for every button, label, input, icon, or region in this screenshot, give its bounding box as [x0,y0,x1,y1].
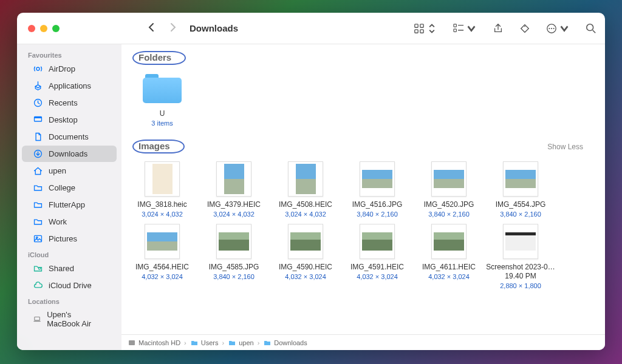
folder-item[interactable]: U3 items [126,72,198,127]
folder-icon [33,183,43,193]
sidebar-item-label: upen [49,166,66,175]
item-subtitle: 3,840 × 2,160 [341,211,413,218]
group-header-images[interactable]: ImagesShow Less [121,138,605,155]
item-name: IMG_4564.HEIC [126,263,198,272]
item-subtitle: 3,840 × 2,160 [485,211,556,218]
svg-point-11 [551,27,552,29]
sidebar-item-documents[interactable]: Documents [22,129,117,145]
breadcrumb-item[interactable]: Downloads [263,339,307,347]
sidebar-item-label: Downloads [49,149,87,158]
svg-point-22 [38,268,40,269]
sidebar-item-flutterapp[interactable]: FlutterApp [22,197,117,213]
svg-point-15 [36,67,39,70]
sidebar-item-downloads[interactable]: Downloads [22,146,117,162]
folder-icon [263,339,272,347]
sidebar-item-applications[interactable]: Applications [22,78,117,94]
sidebar-item-airdrop[interactable]: AirDrop [22,61,117,77]
item-subtitle: 4,032 × 3,024 [341,273,413,280]
svg-point-10 [549,27,550,29]
thumbnail [216,224,251,259]
sidebar-item-label: Pictures [49,234,77,243]
svg-rect-0 [415,24,418,27]
sidebar-item-desktop[interactable]: Desktop [22,112,117,128]
breadcrumb-label: Macintosh HD [138,339,180,346]
sidebar-item-label: FlutterApp [49,200,85,209]
svg-point-12 [553,27,555,29]
home-icon [33,166,43,176]
path-bar: Macintosh HD›Users›upen›Downloads [121,334,605,350]
breadcrumb-item[interactable]: Macintosh HD [128,339,180,347]
sidebar-section-label: Locations [17,294,121,306]
file-item[interactable]: IMG_4379.HEIC3,024 × 4,032 [198,160,270,218]
sidebar-item-upen[interactable]: upen [22,163,117,179]
sidebar-item-label: Documents [49,132,89,141]
file-item[interactable]: Screenshot 2023-0…19.40 PM2,880 × 1,800 [485,223,556,289]
svg-rect-3 [420,29,423,32]
file-item[interactable]: IMG_4520.JPG3,840 × 2,160 [413,160,485,218]
thumbnail [288,224,323,259]
sidebar-item-work[interactable]: Work [22,214,117,230]
item-name: IMG_4590.HEIC [270,263,341,272]
file-item[interactable]: IMG_4564.HEIC4,032 × 3,024 [126,223,198,289]
item-name: IMG_4508.HEIC [270,200,341,209]
item-subtitle: 3,840 × 2,160 [198,273,270,280]
item-subtitle: 3,024 × 4,032 [198,211,270,218]
svg-rect-5 [454,29,457,32]
minimize-button[interactable] [40,25,47,32]
file-item[interactable]: IMG_4508.HEIC3,024 × 4,032 [270,160,341,218]
view-mode-button[interactable] [414,23,437,34]
item-subtitle: 4,032 × 3,024 [126,273,198,280]
tags-button[interactable] [519,23,530,34]
group-header-folders[interactable]: Folders [121,49,605,67]
titlebar: Downloads [17,13,605,44]
svg-line-14 [593,30,596,33]
item-name: IMG_4554.JPG [485,200,556,209]
folder-icon [33,200,43,210]
breadcrumb-separator: › [184,339,186,346]
svg-rect-1 [420,24,423,27]
breadcrumb-separator: › [258,339,260,346]
group-button[interactable] [453,23,477,34]
thumbnail [431,224,466,259]
sidebar-item-upen-s-macbook-air[interactable]: Upen's MacBook Air [22,307,117,331]
thumbnail [431,161,466,197]
thumbnail [360,224,395,259]
file-item[interactable]: IMG_4591.HEIC4,032 × 3,024 [341,223,413,289]
file-item[interactable]: IMG_4554.JPG3,840 × 2,160 [485,160,556,218]
traffic-lights [26,25,130,32]
file-item[interactable]: IMG_4516.JPG3,840 × 2,160 [341,160,413,218]
forward-button[interactable] [168,22,177,34]
folder-icon [228,339,236,347]
sidebar-item-college[interactable]: College [22,180,117,196]
downloads-icon [33,149,43,159]
thumbnail [145,161,180,197]
search-button[interactable] [586,23,596,34]
action-button[interactable] [546,23,570,34]
share-button[interactable] [493,23,504,34]
breadcrumb-label: Downloads [274,339,307,346]
breadcrumb-item[interactable]: upen [228,339,253,347]
close-button[interactable] [28,25,35,32]
group-label: Folders [132,51,186,65]
sidebar-item-label: AirDrop [49,64,75,73]
file-item[interactable]: IMG_4590.HEIC4,032 × 3,024 [270,223,341,289]
sidebar-item-shared[interactable]: Shared [22,260,117,277]
pictures-icon [33,234,43,244]
item-name: IMG_4520.JPG [413,200,485,209]
zoom-button[interactable] [52,25,60,32]
back-button[interactable] [147,22,157,34]
svg-rect-18 [35,116,42,118]
sidebar-item-label: Upen's MacBook Air [47,310,106,328]
window-title: Downloads [190,23,238,33]
item-subtitle: 3 items [126,120,198,127]
sidebar-item-pictures[interactable]: Pictures [22,231,117,247]
main-content: FoldersU3 itemsImagesShow LessIMG_3818.h… [121,44,605,350]
sidebar-item-recents[interactable]: Recents [22,95,117,111]
file-item[interactable]: IMG_4611.HEIC4,032 × 3,024 [413,223,485,289]
file-item[interactable]: IMG_4585.JPG3,840 × 2,160 [198,223,270,289]
file-item[interactable]: IMG_3818.heic3,024 × 4,032 [126,160,198,218]
show-less-button[interactable]: Show Less [547,143,594,151]
sidebar-item-icloud-drive[interactable]: iCloud Drive [22,277,117,294]
breadcrumb-item[interactable]: Users [190,339,219,347]
svg-point-8 [524,25,525,27]
